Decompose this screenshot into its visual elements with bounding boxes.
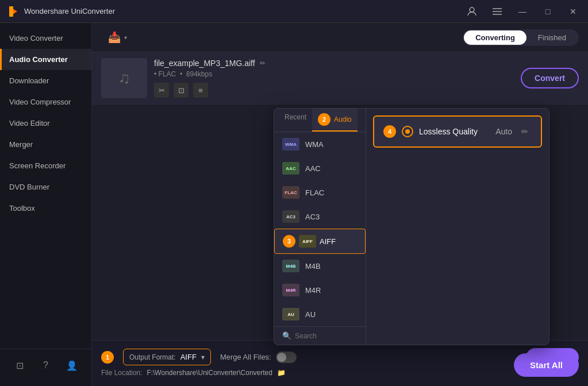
sidebar-item-video-converter[interactable]: Video Converter bbox=[0, 28, 91, 49]
titlebar-controls: — □ ✕ bbox=[464, 3, 581, 20]
add-files-arrow: ▾ bbox=[124, 34, 127, 41]
badge-4: 4 bbox=[383, 125, 396, 138]
svg-point-2 bbox=[470, 7, 474, 12]
tab-group: Converting Finished bbox=[463, 29, 579, 46]
aac-format-icon: AAC bbox=[282, 162, 299, 175]
add-files-button[interactable]: 📥 ▾ bbox=[101, 28, 134, 47]
add-files-icon: 📥 bbox=[108, 31, 121, 44]
file-thumbnail: ♫ bbox=[101, 58, 147, 98]
file-name-row: file_example_MP3_1MG.aiff ✏ bbox=[154, 59, 514, 68]
format-list-panel: Recent 2 Audio WMA WMA AAC AAC FLAC FLA bbox=[274, 109, 366, 345]
sidebar-item-video-compressor[interactable]: Video Compressor bbox=[0, 91, 91, 113]
merge-label: Merge All Files: bbox=[220, 353, 271, 361]
bottom-row2: File Location: F:\Wondershare\UniConvert… bbox=[92, 366, 588, 379]
bottom-bar: 1 Output Format: AIFF ▾ Merge All Files:… bbox=[92, 340, 588, 386]
folder-browse-icon[interactable]: 📁 bbox=[277, 369, 286, 377]
format-item-m4r[interactable]: M4R M4R bbox=[274, 278, 366, 302]
top-toolbar: 📥 ▾ Converting Finished bbox=[92, 23, 588, 52]
titlebar: Wondershare UniConverter — □ ✕ bbox=[0, 0, 588, 23]
tab-finished[interactable]: Finished bbox=[526, 30, 578, 45]
sidebar: Video Converter Audio Converter Download… bbox=[0, 23, 92, 386]
output-format-value: AIFF bbox=[180, 353, 197, 361]
sidebar-item-screen-recorder[interactable]: Screen Recorder bbox=[0, 155, 91, 176]
cut-icon[interactable]: ✂ bbox=[154, 83, 169, 98]
dropdown-arrow-icon: ▾ bbox=[201, 353, 205, 361]
format-item-au[interactable]: AU AU bbox=[274, 302, 366, 326]
titlebar-left: Wondershare UniConverter bbox=[7, 5, 115, 18]
file-name-text: file_example_MP3_1MG.aiff bbox=[154, 59, 255, 68]
au-format-icon: AU bbox=[282, 308, 299, 321]
badge-3: 3 bbox=[283, 235, 295, 248]
help-icon[interactable]: ? bbox=[39, 358, 53, 372]
sidebar-icon-row: ⊡ ? 👤 bbox=[0, 354, 91, 377]
tab-converting[interactable]: Converting bbox=[464, 30, 526, 45]
format-item-flac[interactable]: FLAC FLAC bbox=[274, 180, 366, 204]
sidebar-item-toolbox[interactable]: Toolbox bbox=[0, 198, 91, 219]
ac3-format-icon: AC3 bbox=[282, 210, 299, 223]
menu-button[interactable] bbox=[489, 3, 505, 20]
app-logo-icon bbox=[7, 5, 20, 18]
format-item-ac3[interactable]: AC3 AC3 bbox=[274, 204, 366, 229]
settings-icon[interactable]: ≡ bbox=[193, 83, 208, 98]
music-icon: ♫ bbox=[118, 69, 130, 87]
format-search: 🔍 bbox=[274, 326, 366, 345]
convert-button[interactable]: Convert bbox=[521, 68, 579, 88]
file-actions: ✂ ⊡ ≡ bbox=[154, 83, 514, 98]
file-meta: • FLAC • 894kbps bbox=[154, 70, 514, 78]
content-area: 📥 ▾ Converting Finished ♫ file_example_M… bbox=[92, 23, 588, 386]
minimize-button[interactable]: — bbox=[514, 3, 531, 20]
sidebar-item-downloader[interactable]: Downloader bbox=[0, 70, 91, 91]
wma-format-icon: WMA bbox=[282, 138, 299, 150]
format-item-m4b[interactable]: M4B M4B bbox=[274, 254, 366, 278]
user-button[interactable] bbox=[464, 3, 480, 20]
tab-audio[interactable]: 2 Audio bbox=[312, 109, 358, 132]
svg-marker-1 bbox=[9, 6, 13, 17]
profile-icon[interactable]: 👤 bbox=[65, 358, 79, 372]
close-button[interactable]: ✕ bbox=[565, 3, 581, 20]
flac-format-icon: FLAC bbox=[282, 186, 299, 199]
search-icon: 🔍 bbox=[282, 331, 291, 340]
gallery-icon[interactable]: ⊡ bbox=[13, 358, 27, 372]
tab-recent[interactable]: Recent bbox=[279, 109, 312, 132]
badge-1: 1 bbox=[101, 351, 114, 364]
output-format-group[interactable]: Output Format: AIFF ▾ bbox=[123, 349, 211, 365]
quality-name: Lossless Quality bbox=[419, 127, 490, 136]
m4b-format-icon: M4B bbox=[282, 260, 299, 272]
quality-edit-icon[interactable]: ✏ bbox=[518, 125, 532, 138]
sidebar-item-merger[interactable]: Merger bbox=[0, 134, 91, 155]
file-info: file_example_MP3_1MG.aiff ✏ • FLAC • 894… bbox=[154, 59, 514, 98]
format-tabs: Recent 2 Audio bbox=[274, 109, 366, 132]
aiff-format-icon: AIFF bbox=[299, 235, 316, 248]
sidebar-item-audio-converter[interactable]: Audio Converter bbox=[0, 49, 91, 70]
maximize-button[interactable]: □ bbox=[540, 3, 556, 20]
file-location-value: F:\Wondershare\UniConverter\Converted bbox=[147, 369, 272, 377]
sidebar-item-video-editor[interactable]: Video Editor bbox=[0, 113, 91, 134]
file-area: ♫ file_example_MP3_1MG.aiff ✏ • FLAC • 8… bbox=[92, 52, 588, 105]
quality-option-lossless[interactable]: 4 Lossless Quality Auto ✏ bbox=[373, 115, 542, 148]
app-title: Wondershare UniConverter bbox=[24, 7, 115, 16]
format-item-wma[interactable]: WMA WMA bbox=[274, 132, 366, 156]
start-all-button[interactable]: Start All bbox=[514, 353, 579, 377]
format-item-aac[interactable]: AAC AAC bbox=[274, 156, 366, 180]
quality-check-icon bbox=[402, 126, 413, 137]
crop-icon[interactable]: ⊡ bbox=[174, 83, 189, 98]
quality-panel: 4 Lossless Quality Auto ✏ bbox=[366, 109, 549, 345]
merge-group: Merge All Files: bbox=[220, 352, 297, 363]
file-location-label: File Location: bbox=[101, 369, 142, 377]
m4r-format-icon: M4R bbox=[282, 284, 299, 296]
format-item-aiff[interactable]: 3 AIFF AIFF bbox=[274, 229, 366, 254]
badge-2: 2 bbox=[318, 113, 330, 126]
merge-toggle[interactable] bbox=[276, 352, 297, 363]
sidebar-bottom: ⊡ ? 👤 bbox=[0, 349, 91, 381]
quality-value: Auto bbox=[495, 127, 512, 136]
output-format-label: Output Format: bbox=[129, 353, 176, 361]
format-overlay: Recent 2 Audio WMA WMA AAC AAC FLAC FLA bbox=[274, 108, 549, 345]
edit-file-icon[interactable]: ✏ bbox=[260, 59, 266, 67]
sidebar-item-dvd-burner[interactable]: DVD Burner bbox=[0, 176, 91, 198]
main-layout: Video Converter Audio Converter Download… bbox=[0, 23, 588, 386]
